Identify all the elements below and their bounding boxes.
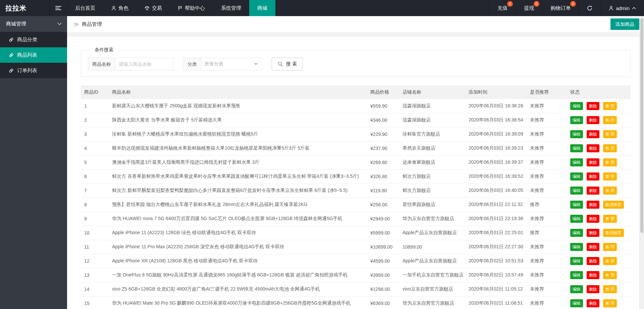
delete-button[interactable]: 删除 bbox=[587, 215, 599, 223]
delete-button[interactable]: 删除 bbox=[587, 201, 599, 209]
recommend-toggle-button[interactable]: 推 荐 bbox=[603, 102, 617, 110]
delete-button[interactable]: 删除 bbox=[587, 102, 599, 110]
cell-add-time: 2020年06月03日 16:38:54 bbox=[465, 113, 527, 127]
edit-button[interactable]: 编辑 bbox=[570, 144, 583, 152]
delete-button[interactable]: 删除 bbox=[587, 187, 599, 195]
recommend-toggle-button[interactable]: 推 荐 bbox=[603, 271, 617, 279]
cell-shop: 鲜次方旗舰店 bbox=[399, 169, 465, 184]
link-icon bbox=[9, 68, 14, 73]
search-button[interactable]: 搜 索 bbox=[272, 58, 303, 70]
top-navbar: 拉拉米 后台首页 角色 交易 帮助中心 系统管理 bbox=[0, 0, 644, 16]
delete-button[interactable]: 删除 bbox=[587, 257, 599, 265]
edit-button[interactable]: 编辑 bbox=[570, 215, 583, 223]
edit-button[interactable]: 编辑 bbox=[570, 187, 583, 195]
cell-goods-id: 4 bbox=[81, 141, 109, 155]
goods-name-group: 商品名称 bbox=[88, 58, 173, 70]
delete-button[interactable]: 删除 bbox=[587, 229, 599, 237]
cell-price: ¥10899.00 bbox=[367, 240, 399, 254]
recommend-toggle-button[interactable]: 推 荐 bbox=[603, 116, 617, 124]
shop-orders-button[interactable]: 购物订单 0 bbox=[542, 0, 579, 16]
goods-name-input[interactable] bbox=[115, 58, 173, 70]
add-goods-button[interactable]: 添加商品 bbox=[610, 18, 639, 30]
edit-button[interactable]: 编辑 bbox=[570, 116, 583, 124]
nav-item-roles[interactable]: 角色 bbox=[103, 0, 137, 16]
cell-shop: 华为京东自营官方旗舰店 bbox=[399, 296, 465, 309]
double-chevron-icon: ≫ bbox=[73, 21, 79, 28]
sidebar-group-label: 商城管理 bbox=[6, 21, 26, 27]
cell-goods-name: 陕西金太阳大黄杏 当季水果 酸甜杏子 5斤装精选大果 bbox=[109, 113, 367, 127]
search-fieldset: 条件搜索 商品名称 分类 所有分类 搜 索 bbox=[81, 47, 631, 77]
recharge-button[interactable]: 充值 0 bbox=[489, 0, 516, 16]
edit-button[interactable]: 编辑 bbox=[570, 158, 583, 166]
cell-actions: 编辑 删除 推 荐 bbox=[567, 212, 631, 226]
nav-item-trade[interactable]: 交易 bbox=[137, 0, 170, 16]
delete-button[interactable]: 删除 bbox=[587, 116, 599, 124]
cell-goods-name: 预售】君恬果园 烟台大樱桃山东车厘子新鲜水果礼盒 28mm左右大果礼品福利 露天… bbox=[109, 198, 367, 212]
sidebar-item-goods-category[interactable]: 商品分类 bbox=[0, 32, 67, 47]
cell-add-time: 2020年06月01日 22:25:01 bbox=[465, 226, 527, 240]
scrollbar-thumb[interactable] bbox=[640, 18, 643, 233]
edit-button[interactable]: 编辑 bbox=[570, 243, 583, 251]
page-title: 商品管理 bbox=[82, 21, 102, 28]
page-scrollbar[interactable] bbox=[639, 16, 644, 309]
delete-button[interactable]: 删除 bbox=[587, 271, 599, 279]
shop-orders-badge: 0 bbox=[570, 1, 576, 7]
cell-add-time: 2020年06月03日 16:40:05 bbox=[465, 184, 527, 198]
sidebar-item-order-list[interactable]: 订单列表 bbox=[0, 63, 67, 78]
cell-goods-name: 鲜次方 百香果新鲜热带水果鸡蛋果紫皮果时令应季水果果园直供酸爽可口榨汁鸡蛋果京东… bbox=[109, 169, 367, 184]
edit-button[interactable]: 编辑 bbox=[570, 172, 583, 181]
recommend-toggle-button[interactable]: 推 荐 bbox=[603, 158, 617, 166]
edit-button[interactable]: 编辑 bbox=[570, 271, 583, 279]
cell-shop: 琉森湖旗舰店 bbox=[399, 113, 465, 127]
recommend-toggle-button[interactable]: 推 荐 bbox=[603, 257, 617, 265]
category-select[interactable]: 所有分类 bbox=[201, 58, 262, 70]
refresh-button[interactable] bbox=[579, 0, 600, 16]
recommend-toggle-button[interactable]: 推 荐 bbox=[603, 215, 617, 223]
cell-actions: 编辑 删除 推 荐 bbox=[567, 268, 631, 282]
cell-goods-id: 11 bbox=[81, 240, 109, 254]
table-row: 4 顺丰韵达现摘现发福建漳州杨桃水果新鲜杨桃整箱大果10红龙杨桃星星果阳桃净重5… bbox=[81, 141, 631, 155]
cell-shop: 琉森湖旗舰店 bbox=[399, 99, 465, 113]
recommend-toggle-button[interactable]: 取消推荐 bbox=[603, 201, 624, 209]
user-menu[interactable]: admin bbox=[600, 0, 644, 16]
table-row: 6 鲜次方 百香果新鲜热带水果鸡蛋果紫皮果时令应季水果果园直供酸爽可口榨汁鸡蛋果… bbox=[81, 169, 631, 184]
recommend-toggle-button[interactable]: 推 荐 bbox=[603, 243, 617, 251]
edit-button[interactable]: 编辑 bbox=[570, 130, 583, 138]
table-row: 7 鲜次方 新鲜早酥梨皇冠梨香梨鸭梨脆甜白心多汁果园直发整箱6斤批发时令应季水果… bbox=[81, 184, 631, 198]
nav-item-help-center[interactable]: 帮助中心 bbox=[170, 0, 213, 16]
edit-button[interactable]: 编辑 bbox=[570, 229, 583, 237]
delete-button[interactable]: 删除 bbox=[587, 299, 599, 307]
cell-actions: 编辑 删除 推 荐 bbox=[567, 169, 631, 184]
cell-recommend: 未推荐 bbox=[527, 268, 567, 282]
delete-button[interactable]: 删除 bbox=[587, 243, 599, 251]
recommend-toggle-button[interactable]: 推 荐 bbox=[603, 285, 617, 293]
nav-item-mall[interactable]: 商城 bbox=[249, 0, 275, 16]
edit-button[interactable]: 编辑 bbox=[570, 285, 583, 293]
delete-button[interactable]: 删除 bbox=[587, 158, 599, 166]
recommend-toggle-button[interactable]: 推 荐 bbox=[603, 144, 617, 152]
edit-button[interactable]: 编辑 bbox=[570, 299, 583, 307]
delete-button[interactable]: 删除 bbox=[587, 285, 599, 293]
sidebar-group-mall-management[interactable]: 商城管理 bbox=[0, 16, 67, 32]
sidebar-item-goods-list[interactable]: 商品列表 bbox=[0, 47, 67, 63]
withdraw-button[interactable]: 提现 0 bbox=[516, 0, 542, 16]
edit-button[interactable]: 编辑 bbox=[570, 102, 583, 110]
edit-button[interactable]: 编辑 bbox=[570, 201, 583, 209]
table-row: 9 华为 HUAWEI nova 7 5G 6400万后置四摄 5G SoC芯片… bbox=[81, 212, 631, 226]
delete-button[interactable]: 删除 bbox=[587, 130, 599, 138]
sidebar-toggle-button[interactable] bbox=[50, 0, 67, 16]
nav-item-dashboard[interactable]: 后台首页 bbox=[67, 0, 103, 16]
cell-actions: 编辑 删除 推 荐 bbox=[567, 155, 631, 169]
delete-button[interactable]: 删除 bbox=[587, 172, 599, 181]
recommend-toggle-button[interactable]: 推 荐 bbox=[603, 130, 617, 138]
edit-button[interactable]: 编辑 bbox=[570, 257, 583, 265]
recommend-toggle-button[interactable]: 推 荐 bbox=[603, 187, 617, 195]
recommend-toggle-button[interactable]: 推 荐 bbox=[603, 172, 617, 181]
cell-goods-id: 14 bbox=[81, 282, 109, 296]
cell-goods-id: 12 bbox=[81, 254, 109, 268]
recommend-toggle-button[interactable]: 推 荐 bbox=[603, 299, 617, 307]
nav-item-system[interactable]: 系统管理 bbox=[213, 0, 249, 16]
recommend-toggle-button[interactable]: 取消推荐 bbox=[603, 229, 624, 237]
delete-button[interactable]: 删除 bbox=[587, 144, 599, 152]
user-icon bbox=[609, 6, 613, 10]
